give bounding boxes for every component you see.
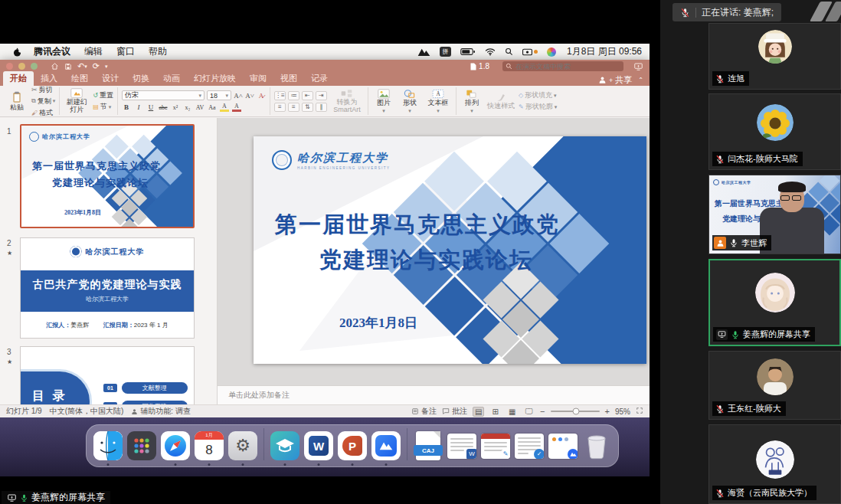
tab-draw[interactable]: 绘图	[64, 71, 95, 86]
strikethrough-button[interactable]: abc	[159, 103, 168, 112]
font-color-button[interactable]: A	[232, 103, 241, 112]
change-case-button[interactable]: Aa	[208, 103, 217, 112]
safari-icon[interactable]	[160, 430, 191, 461]
indent-decrease-button[interactable]: ⇤	[302, 91, 313, 100]
italic-button[interactable]: I	[134, 103, 143, 112]
tab-animations[interactable]: 动画	[156, 71, 187, 86]
close-window-button[interactable]	[6, 63, 13, 70]
font-size-select[interactable]: 18▾	[207, 90, 231, 100]
calendar-icon[interactable]: 1月 8	[194, 430, 224, 461]
participant-tile-yanjiehua[interactable]: 闫杰花-陕师大马院	[708, 93, 841, 170]
arrange-button[interactable]: 排列▾	[460, 89, 483, 114]
tab-view[interactable]: 视图	[273, 71, 304, 86]
underline-button[interactable]: U	[146, 103, 155, 112]
redo-icon[interactable]: ⟳	[93, 62, 100, 70]
share-button[interactable]: + 共享	[598, 74, 632, 86]
tab-record[interactable]: 记录	[304, 71, 335, 86]
reset-slide-button[interactable]: ↺重置	[93, 90, 113, 100]
align-center-button[interactable]: ≡	[288, 103, 299, 112]
word-icon[interactable]: W	[303, 430, 334, 461]
toolbar-options-icon[interactable]: ▾	[105, 64, 108, 69]
subscript-button[interactable]: x₂	[183, 103, 192, 112]
shrink-font-button[interactable]: A˅	[245, 91, 254, 100]
menu-help[interactable]: 帮助	[142, 45, 174, 58]
edu-app-icon[interactable]	[270, 430, 300, 461]
shapes-button[interactable]: 形状▾	[398, 89, 421, 114]
ime-icon[interactable]: 拼	[440, 47, 451, 57]
slide-thumbnail-3[interactable]: 目 录 CONTENTS 01 文献整理 02 写作思路	[20, 346, 195, 404]
picture-button[interactable]: 图片▾	[372, 89, 395, 114]
fit-window-button[interactable]	[636, 407, 643, 416]
clear-format-button[interactable]: A̷	[257, 91, 266, 100]
superscript-button[interactable]: x²	[171, 103, 180, 112]
participant-tile-jiangyanhui-share[interactable]: 姜燕辉的屏幕共享	[708, 259, 841, 346]
launchpad-icon[interactable]	[126, 430, 157, 461]
highlight-button[interactable]: A	[220, 103, 229, 112]
slide-canvas-area[interactable]: 哈尔滨工程大学 HARBIN ENGINEERING UNIVERSITY 第一…	[218, 118, 650, 385]
zoom-in-button[interactable]: +	[605, 407, 610, 416]
zoom-percent[interactable]: 95%	[615, 407, 630, 416]
presentation-search[interactable]	[502, 61, 623, 71]
minimized-doc-window-2[interactable]: ✓	[514, 430, 545, 461]
tab-home[interactable]: 开始	[3, 71, 34, 86]
zoom-window-button[interactable]	[31, 63, 38, 70]
participant-tile-lishihui[interactable]: 哈尔滨工程大学 第一届世界马克思主义政党 党建理论与实践论坛 李世辉	[708, 175, 841, 254]
menu-window[interactable]: 窗口	[110, 45, 142, 58]
minimized-doc-window[interactable]: W	[447, 430, 477, 461]
spotlight-icon[interactable]	[505, 47, 513, 56]
slide-thumbnail-1[interactable]: 哈尔滨工程大学 第一届世界马克思主义政党 党建理论与实践论坛 2023年1月8日	[20, 124, 195, 228]
undo-icon[interactable]: ↶▾	[77, 62, 87, 70]
caj-file-icon[interactable]: CAJ	[413, 430, 443, 461]
shape-fill-button[interactable]: ◇形状填充▾	[519, 90, 557, 100]
tab-transitions[interactable]: 切换	[126, 71, 156, 86]
home-icon[interactable]	[51, 62, 59, 70]
new-slide-button[interactable]: 新建幻灯片	[64, 88, 90, 114]
save-icon[interactable]	[64, 63, 72, 70]
text-direction-button[interactable]: ∥	[316, 103, 327, 112]
menu-edit[interactable]: 编辑	[77, 45, 110, 58]
reading-view-button[interactable]: ▦	[506, 407, 518, 417]
tab-insert[interactable]: 插入	[34, 71, 64, 86]
participant-tile-wangdonghong[interactable]: 王东红-陕师大	[708, 351, 841, 420]
bold-button[interactable]: B	[122, 103, 131, 112]
notes-toggle-button[interactable]: 备注	[411, 406, 437, 417]
participant-tile-lianxu[interactable]: 连旭	[708, 23, 841, 90]
zoom-out-button[interactable]: −	[540, 407, 545, 416]
minimize-window-button[interactable]	[18, 63, 25, 70]
smartart-button[interactable]: 转换为SmartArt	[330, 89, 364, 114]
cut-button[interactable]: ✂剪切	[31, 85, 55, 95]
zoom-slider[interactable]	[551, 411, 600, 412]
wifi-icon[interactable]	[485, 47, 496, 56]
tencent-meeting-icon[interactable]	[371, 430, 401, 461]
slide-canvas[interactable]: 哈尔滨工程大学 HARBIN ENGINEERING UNIVERSITY 第一…	[254, 136, 646, 364]
menubar-clock[interactable]: 1月8日 周日 09:56	[567, 45, 642, 58]
line-spacing-button[interactable]: ⇅	[302, 103, 313, 112]
comments-toggle-button[interactable]: 批注	[442, 406, 467, 417]
battery-icon[interactable]	[460, 47, 476, 56]
normal-view-button[interactable]: ▤	[473, 407, 484, 417]
slide-thumbnail-2[interactable]: 哈尔滨工程大学 古巴共产党的党建理论与实践 哈尔滨工程大学 汇报人：姜燕辉 汇报…	[20, 237, 195, 339]
control-center-icon[interactable]	[547, 47, 556, 57]
trash-icon[interactable]	[581, 430, 612, 461]
grow-font-button[interactable]: A˄	[234, 91, 243, 100]
collapse-ribbon-icon[interactable]: ⌃	[638, 77, 643, 83]
menu-app-name[interactable]: 腾讯会议	[27, 45, 77, 58]
minimized-meeting-window[interactable]	[548, 430, 578, 461]
apple-menu-icon[interactable]	[12, 47, 22, 57]
paste-button[interactable]: 粘贴	[5, 91, 28, 112]
minimized-red-doc-window[interactable]: ✎	[480, 430, 511, 461]
char-spacing-button[interactable]: AV	[195, 103, 205, 112]
powerpoint-icon[interactable]: P	[337, 430, 368, 461]
screen-record-icon[interactable]	[522, 48, 538, 56]
quick-styles-button[interactable]: 快速样式	[486, 92, 515, 110]
slideshow-button[interactable]: 🖵	[523, 407, 535, 417]
participant-tile-haixian[interactable]: 海贤（云南民族大学）	[708, 424, 841, 504]
tab-review[interactable]: 审阅	[243, 71, 273, 86]
font-name-select[interactable]: 仿宋▾	[122, 90, 205, 100]
indent-increase-button[interactable]: ⇥	[316, 91, 327, 100]
align-left-button[interactable]: ≡	[274, 103, 286, 112]
bullets-button[interactable]: ⋮≡	[274, 91, 286, 100]
meeting-status-icon[interactable]	[417, 47, 430, 57]
finder-icon[interactable]	[93, 430, 123, 461]
format-painter-button[interactable]: 🖌格式	[31, 108, 55, 118]
